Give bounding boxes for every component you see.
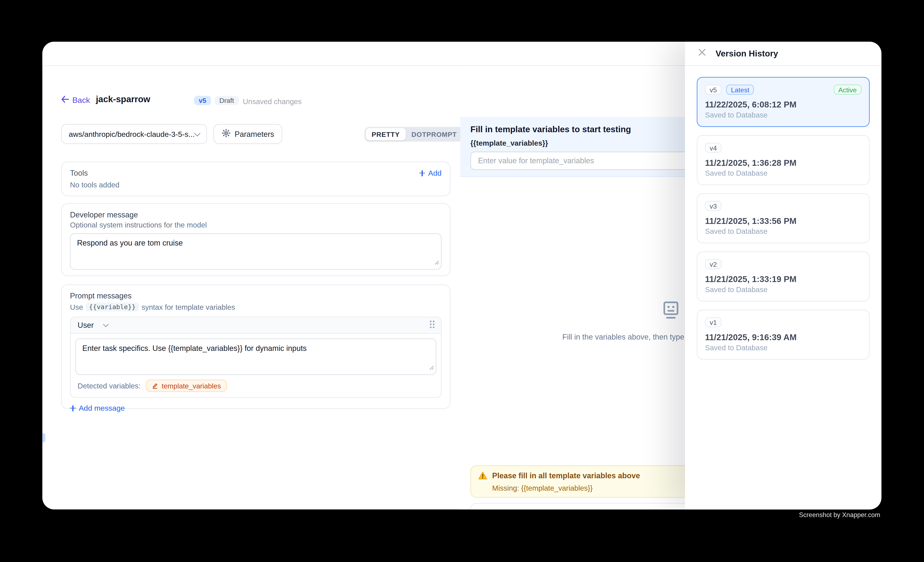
use-suffix: syntax for template variables [141,303,235,311]
prompt-messages-card: Prompt messages Use {{variable}} syntax … [61,284,450,409]
version-storage: Saved to Database [705,285,861,294]
chevron-down-icon [103,323,109,327]
version-list: v5 Latest Active 11/22/2025, 6:08:12 PM … [685,66,881,379]
version-number-badge: v4 [705,143,722,153]
toggle-dotprompt[interactable]: DOTPROMPT [405,128,463,140]
message-value: Enter task specifics. Use {{template_var… [76,339,436,357]
active-badge: Active [834,85,861,95]
warning-icon [478,471,488,483]
back-button[interactable]: Back [61,96,90,105]
close-icon[interactable] [698,48,706,59]
version-storage: Saved to Database [705,169,861,177]
prompt-message-block: User Enter task specifics. Use {{templat… [70,317,442,398]
drag-handle-icon[interactable] [429,320,435,331]
version-storage: Saved to Database [705,344,861,352]
version-card-v1[interactable]: v1 11/21/2025, 9:16:39 AM Saved to Datab… [697,310,870,360]
warning-title: Please fill in all template variables ab… [492,471,640,480]
back-label: Back [72,96,90,105]
message-textarea[interactable]: Enter task specifics. Use {{template_var… [75,338,436,375]
gear-icon [222,129,231,139]
version-number-badge: v2 [705,259,722,269]
tools-empty-text: No tools added [70,181,442,189]
tools-title: Tools [70,169,88,178]
prompt-messages-title: Prompt messages [70,291,442,300]
parameters-button[interactable]: Parameters [213,124,282,144]
version-card-v4[interactable]: v4 11/21/2025, 1:36:28 PM Saved to Datab… [697,135,870,185]
version-card-v3[interactable]: v3 11/21/2025, 1:33:56 PM Saved to Datab… [697,193,870,243]
version-timestamp: 11/22/2025, 6:08:12 PM [705,100,861,109]
version-card-v2[interactable]: v2 11/21/2025, 1:33:19 PM Saved to Datab… [697,251,870,301]
watermark-label: Screenshot by Xnapper.com [799,511,880,518]
template-variable-chip[interactable]: template_variables [146,380,227,392]
developer-message-subtitle: Optional system instructions for the mod… [70,221,442,229]
unsaved-changes-label: Unsaved changes [243,97,302,106]
parameters-label: Parameters [235,130,274,138]
version-timestamp: 11/21/2025, 9:16:39 AM [705,333,861,342]
format-toggle: PRETTY DOTPROMPT [364,127,464,142]
version-history-header: Version History [685,42,881,66]
add-message-button[interactable]: Add message [70,404,442,413]
message-header: User [70,317,441,334]
detected-variables-label: Detected variables: [78,382,141,390]
model-select[interactable]: aws/anthropic/bedrock-claude-3-5-s... [61,124,207,144]
template-variable-chip-label: template_variables [162,382,221,390]
screenshot-stage: Back jack-sparrow v5 Draft Unsaved chang… [0,0,924,562]
version-timestamp: 11/21/2025, 1:33:19 PM [705,275,861,284]
version-badge: v5 [194,96,211,105]
chevron-down-icon [194,129,201,139]
version-number-badge: v1 [705,317,722,327]
latest-badge: Latest [726,85,754,95]
version-timestamp: 11/21/2025, 1:36:28 PM [705,158,861,167]
developer-message-value: Respond as you are tom cruise [70,234,441,252]
variable-syntax-chip: {{variable}} [86,303,139,311]
version-timestamp: 11/21/2025, 1:33:56 PM [705,216,861,226]
pencil-icon [152,383,158,389]
use-prefix: Use [70,303,83,311]
version-number-badge: v3 [705,201,722,211]
version-card-v5[interactable]: v5 Latest Active 11/22/2025, 6:08:12 PM … [697,77,870,127]
resize-grip-icon[interactable] [429,362,434,372]
model-select-value: aws/anthropic/bedrock-claude-3-5-s... [69,130,194,138]
plus-icon [70,405,76,411]
plus-icon [419,170,425,176]
add-tool-button[interactable]: Add [419,169,442,178]
developer-message-title: Developer message [70,210,442,219]
developer-message-card: Developer message Optional system instru… [61,203,450,276]
draft-badge: Draft [214,96,239,105]
version-storage: Saved to Database [705,227,861,236]
version-number-badge: v5 [705,85,722,95]
page-title: jack-sparrow [96,94,150,104]
robot-icon [660,300,681,323]
developer-message-textarea[interactable]: Respond as you are tom cruise [70,233,442,270]
tools-card: Tools Add No tools added [61,161,450,196]
scroll-indicator [42,433,45,442]
version-storage: Saved to Database [705,111,861,119]
arrow-left-icon [61,96,69,105]
role-label: User [78,321,94,330]
add-tool-label: Add [428,169,442,178]
add-message-label: Add message [79,404,125,413]
version-history-title: Version History [716,49,778,58]
version-history-panel: Version History v5 Latest Active 11/22/2… [685,42,881,510]
toggle-pretty[interactable]: PRETTY [366,128,406,140]
resize-grip-icon[interactable] [435,257,439,268]
role-select[interactable]: User [78,321,109,330]
